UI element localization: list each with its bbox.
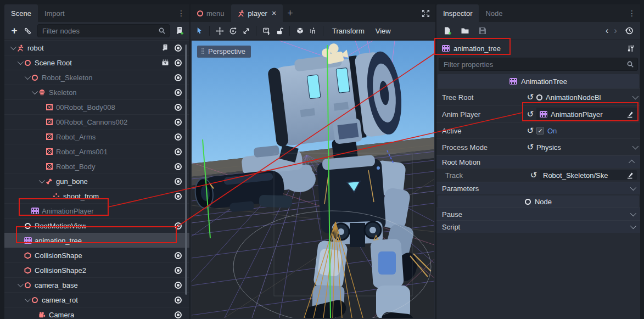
track-value[interactable]: Robot_Skeleton/Ske: [540, 170, 637, 180]
list-select-tool-icon[interactable]: [260, 24, 273, 37]
tree-row-gun-bone[interactable]: gun_bone: [4, 174, 189, 188]
visibility-eye-icon[interactable]: [175, 282, 182, 289]
tree-row-robot-arms[interactable]: Robot_Arms: [4, 129, 189, 144]
tree-row-00robot-body008[interactable]: 00Robot_Body008: [4, 99, 189, 114]
local-space-icon[interactable]: [306, 24, 320, 37]
assign-icon[interactable]: [626, 110, 634, 118]
attach-script-button[interactable]: [173, 24, 186, 37]
load-resource-button[interactable]: [458, 24, 472, 37]
process-mode-dropdown[interactable]: Physics: [536, 143, 637, 152]
tree-row-robot-arms001[interactable]: Robot_Arms001: [4, 144, 189, 159]
expand-arrow-icon[interactable]: [39, 177, 45, 183]
history-icon[interactable]: [623, 24, 636, 37]
visibility-eye-icon[interactable]: [175, 119, 182, 126]
filter-nodes-input[interactable]: [37, 24, 170, 37]
scene-tree-scrollbar[interactable]: [185, 44, 187, 295]
visibility-eye-icon[interactable]: [175, 89, 182, 96]
tree-row-collision-shape[interactable]: CollisionShape: [4, 248, 189, 262]
chevron-down-icon[interactable]: [632, 143, 639, 149]
tab-node[interactable]: Node: [479, 4, 509, 22]
perspective-menu[interactable]: Perspective: [197, 46, 251, 58]
new-scene-tab-button[interactable]: +: [283, 4, 298, 22]
tab-import[interactable]: Import: [38, 4, 71, 22]
chevron-down-icon[interactable]: [632, 93, 639, 99]
section-root-motion[interactable]: Root Motion: [436, 155, 640, 168]
category-node[interactable]: Node: [438, 195, 639, 208]
move-tool-icon[interactable]: [213, 24, 226, 37]
tab-menu-scene[interactable]: menu: [191, 4, 231, 22]
object-tools-icon[interactable]: [626, 44, 635, 53]
visibility-eye-icon[interactable]: [175, 148, 182, 155]
visibility-eye-icon[interactable]: [175, 133, 182, 141]
transform-menu[interactable]: Transform: [327, 27, 370, 35]
visibility-eye-icon[interactable]: [175, 267, 182, 274]
select-tool-icon[interactable]: [193, 24, 206, 37]
tab-inspector[interactable]: Inspector: [436, 4, 479, 22]
filter-properties-field[interactable]: [443, 60, 626, 69]
view-menu[interactable]: View: [370, 27, 396, 35]
visibility-eye-icon[interactable]: [175, 178, 182, 185]
tree-row-animation-player[interactable]: AnimationPlayer: [4, 203, 189, 218]
instanced-scene-icon[interactable]: [161, 59, 169, 66]
tree-row-shoot-from[interactable]: shoot_from: [4, 188, 189, 203]
tree-row-skeleton[interactable]: Skeleton: [4, 85, 189, 99]
filter-properties-input[interactable]: [439, 58, 638, 71]
assign-icon[interactable]: [626, 171, 634, 179]
visibility-eye-icon[interactable]: [175, 193, 182, 200]
tree-row-root-motion-view[interactable]: RootMotionView: [4, 218, 189, 233]
history-forward-button[interactable]: ›: [614, 25, 617, 36]
tab-scene[interactable]: Scene: [4, 4, 38, 22]
anim-player-value[interactable]: AnimationPlayer: [536, 108, 637, 121]
save-resource-button[interactable]: [476, 24, 489, 37]
snap-object-icon[interactable]: [293, 24, 306, 37]
visibility-eye-icon[interactable]: [175, 59, 182, 66]
checkbox-checked-icon[interactable]: [536, 127, 544, 135]
tab-player-scene[interactable]: player ×: [231, 4, 283, 22]
visibility-eye-icon[interactable]: [175, 44, 182, 52]
revert-icon[interactable]: ↺: [528, 170, 540, 180]
new-resource-button[interactable]: [441, 24, 454, 37]
script-icon[interactable]: [161, 44, 169, 52]
visibility-eye-icon[interactable]: [175, 252, 182, 259]
revert-icon[interactable]: ↺: [524, 126, 536, 136]
revert-icon[interactable]: ↺: [524, 142, 536, 152]
section-parameters[interactable]: Parameters: [436, 182, 640, 194]
add-node-button[interactable]: +: [8, 24, 21, 37]
scale-tool-icon[interactable]: [239, 24, 253, 37]
visibility-eye-icon[interactable]: [175, 222, 182, 230]
tree-row-robot-body[interactable]: Robot_Body: [4, 159, 189, 174]
expand-arrow-icon[interactable]: [18, 281, 24, 287]
revert-icon[interactable]: ↺: [524, 109, 536, 119]
tree-row-collision-shape2[interactable]: CollisionShape2: [4, 262, 189, 277]
category-animation-tree[interactable]: AnimationTree: [438, 74, 639, 88]
tree-row-00robot-cannons002[interactable]: 00Robot_Cannons002: [4, 114, 189, 129]
expand-arrow-icon[interactable]: [18, 59, 24, 65]
lock-icon[interactable]: [273, 24, 286, 37]
rotate-tool-icon[interactable]: [226, 24, 239, 37]
visibility-eye-icon[interactable]: [175, 296, 182, 304]
expand-arrow-icon[interactable]: [32, 88, 38, 94]
expand-arrow-icon[interactable]: [25, 74, 31, 80]
revert-icon[interactable]: ↺: [524, 92, 536, 102]
tree-row-camera-rot[interactable]: camera_rot: [4, 292, 189, 307]
expand-viewport-icon[interactable]: [422, 9, 430, 18]
tree-row-scene-root[interactable]: Scene Root: [4, 55, 189, 70]
instance-scene-button[interactable]: [21, 24, 34, 37]
visibility-eye-icon[interactable]: [175, 74, 182, 81]
inspector-menu-icon[interactable]: ⋮: [628, 8, 636, 18]
tree-row-robot[interactable]: robot: [4, 40, 189, 55]
visibility-eye-icon[interactable]: [175, 104, 182, 111]
expand-arrow-icon[interactable]: [25, 296, 31, 302]
tree-row-camera[interactable]: Camera: [4, 307, 189, 319]
visibility-eye-icon[interactable]: [175, 163, 182, 170]
tree-row-robot-skeleton[interactable]: Robot_Skeleton: [4, 70, 189, 85]
3d-viewport[interactable]: Perspective: [192, 41, 434, 318]
filter-nodes-field[interactable]: [41, 26, 158, 36]
tree-root-value[interactable]: AnimationNodeBl: [536, 93, 637, 102]
tree-row-animation-tree[interactable]: animation_tree: [4, 233, 189, 248]
tree-row-camera-base[interactable]: camera_base: [4, 277, 189, 292]
expand-arrow-icon[interactable]: [10, 44, 16, 50]
section-script[interactable]: Script: [436, 220, 640, 233]
section-pause[interactable]: Pause: [436, 208, 640, 220]
visibility-eye-icon[interactable]: [175, 311, 182, 318]
